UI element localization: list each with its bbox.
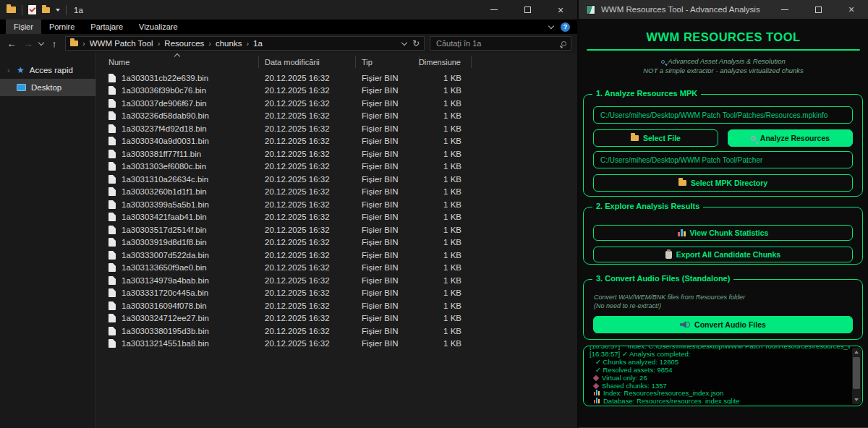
export-candidate-chunks-button[interactable]: Export All Candidate Chunks — [593, 247, 853, 262]
table-row[interactable]: 1a30303517d2514f.bin 20.12.2025 16:32 Fi… — [97, 223, 577, 236]
table-row[interactable]: 1a303237f4d92d18.bin 20.12.2025 16:32 Fi… — [97, 122, 577, 135]
table-row[interactable]: 1a3031303ef6080c.bin 20.12.2025 16:32 Fi… — [97, 160, 577, 174]
table-row[interactable]: 1a303036f39b0c76.bin 20.12.2025 16:32 Fi… — [97, 85, 577, 98]
breadcrumb-item[interactable]: chunks — [216, 39, 242, 48]
column-header-size[interactable]: Dimensiune — [420, 56, 472, 68]
collapse-ribbon-icon[interactable] — [548, 22, 554, 28]
scroll-up-icon[interactable] — [852, 348, 861, 356]
tab-share[interactable]: Partajare — [82, 20, 131, 34]
table-row[interactable]: 1a30303399a5a5b1.bin 20.12.2025 16:32 Fi… — [97, 198, 577, 211]
scrollbar-thumb[interactable] — [853, 357, 860, 389]
table-row[interactable]: 1a303331720c445a.bin 20.12.2025 16:32 Fi… — [97, 287, 577, 300]
table-row[interactable]: 1a3031310a26634c.bin 20.12.2025 16:32 Fi… — [97, 173, 577, 186]
table-row[interactable]: 1a303236d58dab90.bin 20.12.2025 16:32 Fi… — [97, 110, 577, 123]
file-date: 20.12.2025 16:32 — [259, 276, 356, 285]
recent-locations-icon[interactable] — [38, 39, 44, 45]
output-dir-path-field[interactable]: C:/Users/mihes/Desktop/WWM Patch Tool/Pa… — [593, 151, 853, 168]
file-name: 1a30303517d2514f.bin — [122, 226, 207, 234]
file-name: 1a30313214551ba8.bin — [122, 339, 209, 348]
minimize-button[interactable] — [477, 0, 511, 20]
scroll-down-icon[interactable] — [852, 395, 861, 404]
sidebar-item-quick-access[interactable]: › ★ Acces rapid — [0, 61, 95, 79]
new-folder-icon[interactable] — [42, 7, 50, 13]
table-row[interactable]: 1a303037de906f67.bin 20.12.2025 16:32 Fi… — [97, 97, 577, 110]
table-row[interactable]: 1a3030316094f078.bin 20.12.2025 16:32 Fi… — [97, 299, 577, 312]
file-date: 20.12.2025 16:32 — [259, 263, 356, 272]
file-type: Fișier BIN — [356, 301, 420, 310]
forward-icon[interactable]: → — [22, 39, 34, 48]
close-button[interactable]: × — [544, 0, 577, 20]
table-row[interactable]: 1a3030324712ee27.bin 20.12.2025 16:32 Fi… — [97, 312, 577, 325]
section-explore-results: 2. Explore Analysis Results View Chunk S… — [583, 207, 863, 265]
file-name: 1a303134979a4bab.bin — [122, 276, 209, 285]
ribbon-tabs-bar: Fișier Pornire Partajare Vizualizare ? — [0, 20, 577, 34]
log-line-text: [16:38:57] ✓ Analysis completed: — [590, 350, 690, 358]
search-input[interactable] — [435, 38, 561, 48]
file-size: 1 KB — [420, 150, 472, 158]
file-type: Fișier BIN — [356, 226, 420, 234]
qat-customize-caret-icon[interactable] — [56, 9, 60, 12]
properties-icon[interactable] — [28, 5, 36, 14]
table-row[interactable]: 1a30333007d522da.bin 20.12.2025 16:32 Fi… — [97, 249, 577, 262]
file-size: 1 KB — [420, 301, 472, 310]
analyze-resources-button[interactable]: Analyze Resources — [728, 129, 853, 147]
tab-file[interactable]: Fișier — [6, 20, 41, 34]
close-button[interactable]: × — [835, 0, 868, 19]
breadcrumb-item[interactable]: Resources — [164, 39, 204, 48]
log-scrollbar[interactable] — [852, 348, 861, 404]
view-chunk-statistics-button[interactable]: View Chunk Statistics — [593, 225, 853, 241]
file-date: 20.12.2025 16:32 — [259, 339, 356, 348]
select-mpk-directory-button[interactable]: Select MPK Directory — [593, 174, 853, 192]
table-row[interactable]: 1a3030340a9d0031.bin 20.12.2025 16:32 Fi… — [97, 135, 577, 148]
table-row[interactable]: 1a303134979a4bab.bin 20.12.2025 16:32 Fi… — [97, 274, 577, 287]
table-row[interactable]: 1a30303919d8d1f8.bin 20.12.2025 16:32 Fi… — [97, 236, 577, 249]
file-icon — [109, 251, 116, 260]
file-name: 1a3031310a26634c.bin — [122, 175, 208, 184]
expander-icon[interactable]: › — [7, 67, 12, 74]
sidebar-item-desktop[interactable]: Desktop — [0, 79, 95, 96]
file-name: 1a303036f39b0c76.bin — [122, 86, 206, 95]
tab-view[interactable]: Vizualizare — [131, 20, 186, 34]
file-type: Fișier BIN — [356, 276, 420, 285]
file-date: 20.12.2025 16:32 — [259, 187, 356, 196]
search-box[interactable] — [430, 36, 571, 51]
address-bar[interactable]: › WWM Patch Tool › Resources › chunks › … — [65, 36, 425, 51]
button-label: Select File — [643, 134, 681, 142]
table-row[interactable]: 1a30303421faab41.bin 20.12.2025 16:32 Fi… — [97, 211, 577, 224]
table-row[interactable]: 1a303031cb22e639.bin 20.12.2025 16:32 Fi… — [97, 72, 577, 85]
table-row[interactable]: 1a30303380195d3b.bin 20.12.2025 16:32 Fi… — [97, 325, 577, 338]
log-line-icon — [593, 382, 599, 388]
table-row[interactable]: 1a303133650f9ae0.bin 20.12.2025 16:32 Fi… — [97, 262, 577, 275]
file-icon — [109, 339, 116, 348]
column-header-date[interactable]: Data modificării — [259, 56, 356, 68]
explorer-body: › ★ Acces rapid Desktop Nume Data modifi… — [0, 53, 577, 428]
minimize-button[interactable] — [768, 0, 801, 19]
select-file-button[interactable]: Select File — [593, 129, 718, 147]
maximize-button[interactable] — [801, 0, 835, 19]
button-label: Select MPK Directory — [691, 179, 767, 187]
search-icon[interactable] — [561, 41, 566, 46]
help-icon[interactable]: ? — [561, 22, 570, 32]
file-type: Fișier BIN — [356, 111, 420, 120]
tab-home[interactable]: Pornire — [41, 20, 82, 34]
address-dropdown-icon[interactable] — [401, 39, 407, 45]
file-date: 20.12.2025 16:32 — [259, 137, 356, 145]
table-row[interactable]: 1a3030381ff77f11.bin 20.12.2025 16:32 Fi… — [97, 147, 577, 160]
table-row[interactable]: 1a30303260b1d1f1.bin 20.12.2025 16:32 Fi… — [97, 186, 577, 199]
folder-icon — [678, 180, 686, 186]
back-icon[interactable]: ← — [6, 39, 17, 48]
column-header-type[interactable]: Tip — [356, 56, 420, 68]
file-size: 1 KB — [420, 213, 472, 221]
table-row[interactable]: 1a30313214551ba8.bin 20.12.2025 16:32 Fi… — [97, 338, 577, 351]
file-name: 1a30333007d522da.bin — [122, 251, 209, 260]
convert-audio-files-button[interactable]: Convert Audio Files — [593, 316, 853, 333]
mpkinfo-path-field[interactable]: C:/Users/mihes/Desktop/WWM Patch Tool/Pa… — [593, 106, 853, 124]
tagline-2: NOT a simple extractor - analyzes virtua… — [643, 67, 804, 74]
breadcrumb-item[interactable]: 1a — [253, 39, 263, 48]
refresh-icon[interactable]: ↻ — [412, 39, 420, 48]
maximize-button[interactable] — [511, 0, 544, 20]
address-bar-icons: ↻ — [402, 39, 420, 48]
log-panel: [16:38:57] Index: C:\Users\mihes\Desktop… — [583, 346, 863, 406]
breadcrumb-item[interactable]: WWM Patch Tool — [90, 39, 153, 48]
up-icon[interactable]: ↑ — [48, 39, 60, 48]
